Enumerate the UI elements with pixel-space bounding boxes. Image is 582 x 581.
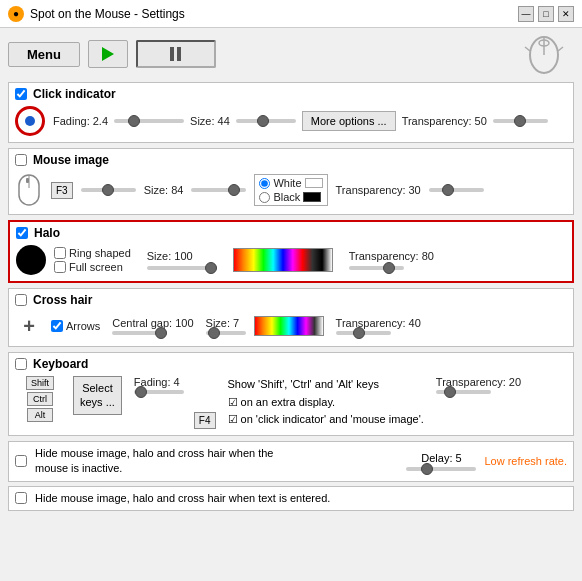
- halo-size-label: Size: 100: [147, 250, 217, 262]
- cross-hair-title: Cross hair: [33, 293, 92, 307]
- hide-inactive-section: Hide mouse image, halo and cross hair wh…: [8, 441, 574, 482]
- show-text-line3: ☑ on 'click indicator' and 'mouse image'…: [228, 411, 424, 429]
- fading-slider[interactable]: [114, 119, 184, 123]
- mouse-logo: [514, 34, 574, 74]
- halo-checkbox[interactable]: [16, 227, 28, 239]
- svg-line-3: [525, 47, 530, 51]
- keyboard-fading-slider[interactable]: [134, 390, 184, 394]
- keyboard-header: Keyboard: [15, 357, 567, 371]
- color-radio-group: White Black: [254, 174, 327, 206]
- keyboard-title: Keyboard: [33, 357, 88, 371]
- full-screen-label: Full screen: [69, 261, 123, 273]
- show-text: Show 'Shift', 'Ctrl' and 'Alt' keys ☑ on…: [228, 376, 424, 429]
- svg-line-4: [558, 47, 563, 51]
- full-screen-checkbox[interactable]: [54, 261, 66, 273]
- alt-key: Alt: [27, 408, 53, 422]
- ctrl-key: Ctrl: [27, 392, 53, 406]
- halo-body: Ring shaped Full screen Size: 100 Transp…: [16, 243, 566, 277]
- more-options-button[interactable]: More options ...: [302, 111, 396, 131]
- click-indicator-title: Click indicator: [33, 87, 116, 101]
- app-icon: ●: [8, 6, 24, 22]
- mouse-image-header: Mouse image: [15, 153, 567, 167]
- halo-header: Halo: [16, 226, 566, 240]
- black-preview: [303, 192, 321, 202]
- white-radio[interactable]: [259, 178, 270, 189]
- size-slider[interactable]: [236, 119, 296, 123]
- arrows-checkbox[interactable]: [51, 320, 63, 332]
- black-radio[interactable]: [259, 192, 270, 203]
- play-button[interactable]: [88, 40, 128, 68]
- hide-text-entry-section: Hide mouse image, halo and cross hair wh…: [8, 486, 574, 511]
- halo-transparency-label: Transparency: 80: [349, 250, 434, 262]
- click-indicator-checkbox[interactable]: [15, 88, 27, 100]
- window-title: Spot on the Mouse - Settings: [30, 7, 512, 21]
- keyboard-checkbox[interactable]: [15, 358, 27, 370]
- transparency-label: Transparency: 50: [402, 115, 487, 127]
- hide-inactive-text: Hide mouse image, halo and cross hair wh…: [35, 446, 398, 477]
- svg-rect-7: [26, 178, 29, 183]
- cross-hair-checkbox[interactable]: [15, 294, 27, 306]
- hide-text-entry-text: Hide mouse image, halo and cross hair wh…: [35, 491, 330, 506]
- click-indicator-body: Fading: 2.4 Size: 44 More options ... Tr…: [15, 104, 567, 138]
- cross-hair-header: Cross hair: [15, 293, 567, 307]
- click-indicator-section: Click indicator Fading: 2.4 Size: 44 Mor…: [8, 82, 574, 143]
- crosshair-transparency-slider[interactable]: [336, 331, 391, 335]
- black-radio-row: Black: [259, 190, 322, 204]
- show-text-line2: ☑ on an extra display.: [228, 394, 424, 412]
- window-controls: — □ ✕: [518, 6, 574, 22]
- click-indicator-icon: [15, 106, 45, 136]
- mouse-image-body: F3 Size: 84 White Black Transparency: 30: [15, 170, 567, 210]
- halo-transparency-slider[interactable]: [349, 266, 404, 270]
- toolbar: Menu: [8, 34, 574, 74]
- mouse-image-transparency-label: Transparency: 30: [336, 184, 421, 196]
- hide-inactive-checkbox[interactable]: [15, 455, 27, 467]
- main-content: Menu Click indicator: [0, 28, 582, 581]
- halo-size-slider[interactable]: [147, 266, 217, 270]
- central-gap-slider[interactable]: [112, 331, 167, 335]
- arrows-label: Arrows: [66, 320, 100, 332]
- fading-label: Fading: 2.4: [53, 115, 108, 127]
- hide-text-entry-checkbox[interactable]: [15, 492, 27, 504]
- keyboard-body: Shift Ctrl Alt Select keys ... Fading: 4…: [15, 374, 567, 431]
- minimize-button[interactable]: —: [518, 6, 534, 22]
- white-label: White: [273, 177, 301, 189]
- crosshair-size-slider[interactable]: [206, 331, 246, 335]
- ring-shaped-checkbox-wrap[interactable]: Ring shaped: [54, 247, 131, 259]
- ring-shaped-checkbox[interactable]: [54, 247, 66, 259]
- arrows-checkbox-wrap[interactable]: Arrows: [51, 320, 100, 332]
- halo-color-picker[interactable]: [233, 248, 333, 272]
- pause-button[interactable]: [136, 40, 216, 68]
- f4-key: F4: [194, 412, 216, 429]
- full-screen-checkbox-wrap[interactable]: Full screen: [54, 261, 131, 273]
- ring-shaped-label: Ring shaped: [69, 247, 131, 259]
- mouse-image-icon: [15, 172, 43, 208]
- mouse-image-slider[interactable]: [81, 188, 136, 192]
- cross-hair-section: Cross hair Arrows Central gap: 100 Size:…: [8, 288, 574, 347]
- mouse-image-size-slider[interactable]: [191, 188, 246, 192]
- mouse-image-checkbox[interactable]: [15, 154, 27, 166]
- black-label: Black: [273, 191, 300, 203]
- transparency-slider[interactable]: [493, 119, 548, 123]
- halo-title: Halo: [34, 226, 60, 240]
- play-icon: [102, 47, 114, 61]
- f3-key: F3: [51, 182, 73, 199]
- close-button[interactable]: ✕: [558, 6, 574, 22]
- delay-slider[interactable]: [406, 467, 476, 471]
- mouse-image-transparency-slider[interactable]: [429, 188, 484, 192]
- menu-button[interactable]: Menu: [8, 42, 80, 67]
- crosshair-color-picker[interactable]: [254, 316, 324, 336]
- halo-icon: [16, 245, 46, 275]
- select-keys-button[interactable]: Select keys ...: [73, 376, 122, 415]
- mouse-image-size-label: Size: 84: [144, 184, 184, 196]
- mouse-image-section: Mouse image F3 Size: 84 White: [8, 148, 574, 215]
- halo-section: Halo Ring shaped Full screen Size: 100: [8, 220, 574, 283]
- title-bar: ● Spot on the Mouse - Settings — □ ✕: [0, 0, 582, 28]
- keyboard-transparency-slider[interactable]: [436, 390, 491, 394]
- maximize-button[interactable]: □: [538, 6, 554, 22]
- low-refresh-label: Low refresh rate.: [484, 455, 567, 467]
- mouse-image-title: Mouse image: [33, 153, 109, 167]
- show-text-line1: Show 'Shift', 'Ctrl' and 'Alt' keys: [228, 376, 424, 394]
- white-radio-row: White: [259, 176, 322, 190]
- click-indicator-header: Click indicator: [15, 87, 567, 101]
- pause-icon: [170, 47, 181, 61]
